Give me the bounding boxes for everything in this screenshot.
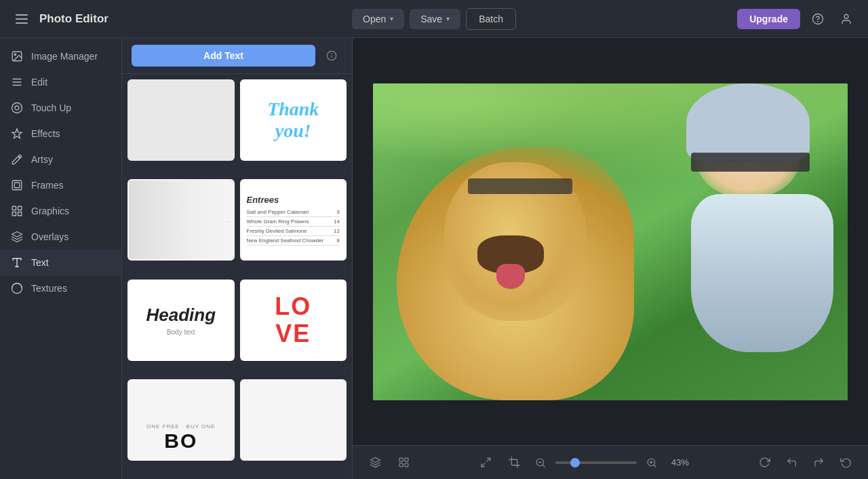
user-icon bbox=[840, 13, 852, 25]
history-button[interactable] bbox=[392, 451, 415, 474]
topbar-center: Open ▾ Save ▾ Batch bbox=[133, 8, 735, 30]
sidebar-label-text: Text bbox=[31, 257, 49, 268]
canvas-image bbox=[373, 83, 848, 400]
photo-render bbox=[373, 83, 848, 400]
menu-text: Entrees Salt and Pepper Calamari9 Whole … bbox=[241, 189, 346, 251]
sidebar-item-image-manager[interactable]: Image Manager bbox=[0, 43, 121, 69]
sidebar-item-effects[interactable]: Effects bbox=[0, 121, 121, 147]
sidebar-item-textures[interactable]: Textures bbox=[0, 275, 121, 301]
add-text-button[interactable]: Add Text bbox=[132, 45, 315, 66]
sidebar-label-frames: Frames bbox=[31, 180, 63, 191]
canvas-viewport[interactable] bbox=[353, 38, 868, 445]
help-icon bbox=[812, 13, 824, 25]
template-card-heading[interactable]: Heading Body text bbox=[127, 280, 235, 361]
account-button[interactable] bbox=[835, 8, 857, 30]
svg-line-28 bbox=[486, 458, 490, 461]
sidebar-label-image-manager: Image Manager bbox=[31, 51, 98, 62]
svg-rect-11 bbox=[14, 183, 20, 188]
sidebar-label-artsy: Artsy bbox=[31, 154, 53, 165]
template-card-menu[interactable]: Entrees Salt and Pepper Calamari9 Whole … bbox=[240, 179, 347, 261]
minus-icon bbox=[535, 457, 546, 468]
topbar-left: Photo Editor bbox=[11, 8, 133, 30]
text-panel: Add Text Thankyou! ... bbox=[122, 38, 353, 479]
image-manager-icon bbox=[11, 50, 23, 62]
layers-icon bbox=[370, 457, 381, 468]
svg-line-29 bbox=[481, 463, 485, 467]
love-text: LOVE bbox=[275, 293, 311, 347]
svg-point-8 bbox=[12, 103, 22, 113]
fit-button[interactable] bbox=[474, 451, 497, 474]
topbar-right: Upgrade bbox=[735, 8, 857, 30]
zoom-slider[interactable] bbox=[555, 461, 637, 464]
textures-icon bbox=[11, 282, 23, 294]
crop-button[interactable] bbox=[502, 451, 526, 474]
hamburger-icon bbox=[16, 14, 28, 24]
sidebar-label-graphics: Graphics bbox=[31, 206, 69, 216]
panel-header: Add Text bbox=[122, 38, 352, 74]
template-card-partial-1[interactable] bbox=[127, 79, 235, 161]
template-card-partial-3[interactable] bbox=[240, 379, 347, 461]
svg-rect-13 bbox=[18, 206, 22, 210]
svg-point-4 bbox=[14, 54, 16, 55]
touch-up-icon bbox=[11, 102, 23, 114]
svg-rect-10 bbox=[12, 180, 22, 190]
bottom-right-controls bbox=[753, 451, 857, 474]
bottom-left-controls bbox=[363, 451, 415, 474]
svg-rect-25 bbox=[404, 458, 408, 461]
thankyou-text: Thankyou! bbox=[267, 98, 319, 142]
reset-icon bbox=[840, 457, 852, 468]
effects-icon bbox=[11, 128, 23, 140]
redo-button[interactable] bbox=[807, 451, 830, 474]
sidebar-item-overlays[interactable]: Overlays bbox=[0, 224, 121, 250]
save-button[interactable]: Save ▾ bbox=[410, 9, 460, 29]
undo-icon bbox=[786, 457, 797, 468]
plus-icon bbox=[646, 457, 657, 468]
sidebar-label-effects: Effects bbox=[31, 128, 60, 139]
template-card-thankyou[interactable]: Thankyou! bbox=[240, 79, 347, 161]
topbar: Photo Editor Open ▾ Save ▾ Batch Upgrade bbox=[0, 0, 868, 38]
reset-button[interactable] bbox=[834, 451, 857, 474]
svg-rect-12 bbox=[12, 206, 16, 210]
svg-rect-14 bbox=[18, 212, 22, 216]
fit-icon bbox=[480, 457, 492, 468]
upgrade-button[interactable]: Upgrade bbox=[737, 9, 800, 29]
bogo-text: one free · buy one BO bbox=[129, 381, 233, 459]
sidebar-item-text[interactable]: Text bbox=[0, 250, 121, 275]
svg-point-2 bbox=[844, 14, 848, 18]
zoom-out-button[interactable] bbox=[531, 453, 550, 472]
overlays-icon bbox=[11, 231, 23, 243]
template-card-bogo[interactable]: one free · buy one BO bbox=[127, 379, 235, 461]
graphics-icon bbox=[11, 205, 23, 217]
svg-marker-23 bbox=[370, 457, 380, 462]
refresh-button[interactable] bbox=[753, 451, 776, 474]
open-button[interactable]: Open ▾ bbox=[352, 9, 404, 29]
svg-marker-16 bbox=[12, 232, 22, 237]
app-title: Photo Editor bbox=[39, 12, 108, 26]
bottom-bar: 43% bbox=[353, 445, 868, 479]
crop-icon bbox=[509, 457, 520, 468]
zoom-in-button[interactable] bbox=[642, 453, 661, 472]
info-button[interactable] bbox=[321, 45, 342, 66]
layers-button[interactable] bbox=[363, 451, 387, 474]
hamburger-menu-button[interactable] bbox=[11, 8, 33, 30]
main-area: Image Manager Edit Touch Up Effects Arts bbox=[0, 38, 868, 479]
sidebar-item-frames[interactable]: Frames bbox=[0, 172, 121, 198]
sidebar: Image Manager Edit Touch Up Effects Arts bbox=[0, 38, 122, 479]
svg-rect-27 bbox=[404, 463, 408, 467]
text-icon bbox=[11, 256, 23, 269]
sidebar-item-graphics[interactable]: Graphics bbox=[0, 198, 121, 224]
sidebar-item-touch-up[interactable]: Touch Up bbox=[0, 95, 121, 121]
batch-button[interactable]: Batch bbox=[466, 8, 516, 30]
sidebar-item-edit[interactable]: Edit bbox=[0, 69, 121, 95]
save-chevron-icon: ▾ bbox=[446, 15, 450, 22]
sidebar-item-artsy[interactable]: Artsy bbox=[0, 147, 121, 172]
template-card-love[interactable]: LOVE bbox=[240, 280, 347, 361]
open-chevron-icon: ▾ bbox=[390, 15, 393, 22]
bottom-center-controls: 43% bbox=[474, 451, 694, 474]
svg-line-31 bbox=[542, 465, 545, 467]
undo-button[interactable] bbox=[780, 451, 803, 474]
help-button[interactable] bbox=[807, 8, 829, 30]
templates-grid: Thankyou! ... Entrees Salt and Pepper Ca… bbox=[122, 74, 352, 479]
sidebar-label-overlays: Overlays bbox=[31, 231, 68, 242]
template-card-partial-2[interactable]: ... bbox=[127, 179, 235, 261]
